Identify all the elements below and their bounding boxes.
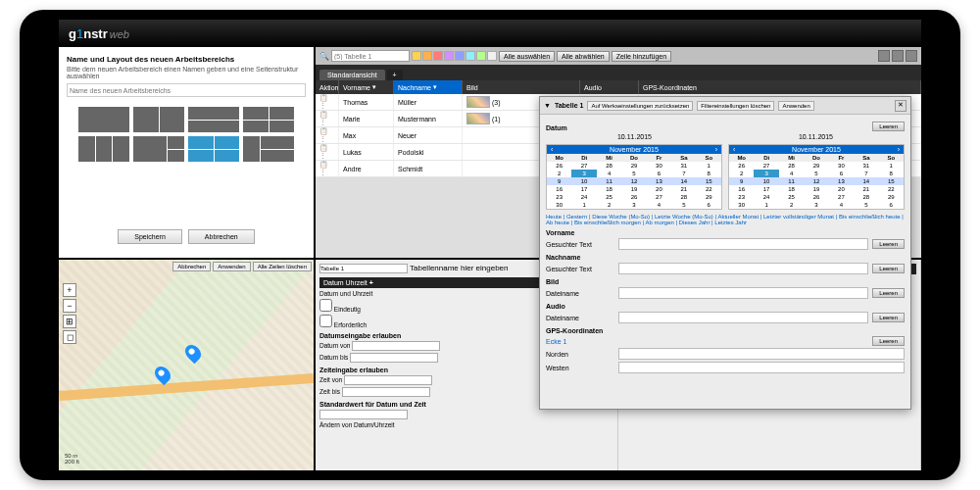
map-marker-icon[interactable] <box>151 363 173 385</box>
col-bild[interactable]: Bild <box>463 80 580 94</box>
color-swatch[interactable] <box>455 51 465 61</box>
clear-button[interactable]: Leeren <box>872 122 905 131</box>
layout-option[interactable] <box>243 107 294 132</box>
filter-audio-label: Audio <box>546 303 905 310</box>
zoom-in-icon[interactable]: + <box>63 283 76 297</box>
add-row-button[interactable]: Zeile hinzufügen <box>612 51 671 62</box>
date-to-input[interactable] <box>350 353 438 363</box>
col-vorname[interactable]: Vorname ▾ <box>339 80 394 94</box>
color-swatch[interactable] <box>433 51 443 61</box>
calendar-from[interactable]: ‹November 2015› MoDiMiDoFrSaSo2627282930… <box>546 144 722 210</box>
dialog-title: Tabelle 1 <box>555 102 583 109</box>
col-gps[interactable]: GPS-Koordinaten <box>639 80 921 94</box>
grid-search-input[interactable] <box>331 50 410 62</box>
next-month-icon[interactable]: › <box>898 146 900 153</box>
layout-option[interactable] <box>188 107 239 132</box>
zoom-out-icon[interactable]: − <box>63 299 76 313</box>
table-name-input[interactable] <box>319 264 408 273</box>
map-marker-icon[interactable] <box>182 342 205 365</box>
grid-toolbar: 🔍 Alle auswählen Alle abwählen Zeile hin… <box>316 47 921 65</box>
prev-month-icon[interactable]: ‹ <box>733 146 735 153</box>
date-from-input[interactable] <box>352 341 440 351</box>
layout-thumbnails <box>67 107 306 162</box>
tool-icon[interactable] <box>906 50 917 62</box>
search-icon: 🔍 <box>319 52 329 61</box>
close-icon[interactable]: ✕ <box>895 100 906 112</box>
color-swatch[interactable] <box>487 51 497 61</box>
save-button[interactable]: Speichern <box>118 229 182 244</box>
gps-north-input[interactable] <box>618 348 905 360</box>
clear-filters-button[interactable]: Filtereinstellungen löschen <box>697 101 774 111</box>
filter-nachname-label: Nachname <box>546 254 905 261</box>
clear-button[interactable]: Leeren <box>872 313 905 322</box>
app-header: g1nstrweb <box>59 20 921 47</box>
time-from-input[interactable] <box>344 375 432 385</box>
nachname-filter-input[interactable] <box>618 263 868 274</box>
color-swatches[interactable] <box>412 51 497 61</box>
date-display: 10.11.2015 <box>799 133 833 140</box>
gps-west-input[interactable] <box>618 362 905 373</box>
color-swatch[interactable] <box>476 51 486 61</box>
time-to-input[interactable] <box>342 387 430 397</box>
color-swatch[interactable] <box>466 51 475 61</box>
grid-header: Aktion Vorname ▾ Nachname ▾ Bild Audio G… <box>316 80 921 94</box>
select-all-button[interactable]: Alle auswählen <box>499 51 555 62</box>
deselect-all-button[interactable]: Alle abwählen <box>557 51 610 62</box>
filter-dialog: ▼ Tabelle 1 Auf Werkseinstellungen zurüc… <box>539 96 911 410</box>
col-audio[interactable]: Audio <box>580 80 639 94</box>
view-tabs: Standardansicht + <box>316 65 921 80</box>
bild-filter-input[interactable] <box>618 287 868 299</box>
map-road <box>59 373 314 401</box>
map-apply-button[interactable]: Anwenden <box>213 262 250 271</box>
col-nachname[interactable]: Nachname ▾ <box>394 80 463 94</box>
color-swatch[interactable] <box>422 51 432 61</box>
add-tab-button[interactable]: + <box>387 70 403 80</box>
clear-button[interactable]: Leeren <box>872 264 905 273</box>
tab-standard-view[interactable]: Standardansicht <box>319 70 385 80</box>
layout-option[interactable] <box>243 136 294 162</box>
filter-icon: ▼ <box>544 102 551 109</box>
audio-filter-input[interactable] <box>618 312 868 323</box>
vorname-filter-input[interactable] <box>618 238 868 250</box>
tool-icon[interactable] <box>892 50 904 62</box>
filter-bild-label: Bild <box>546 278 905 285</box>
reset-filters-button[interactable]: Auf Werkseinstellungen zurücksetzen <box>587 101 693 111</box>
date-quicklinks[interactable]: Heute | Gestern | Diese Woche (Mo-So) | … <box>546 214 905 225</box>
cancel-button[interactable]: Abbrechen <box>188 229 255 244</box>
layout-option-selected[interactable] <box>188 136 239 162</box>
map-cancel-button[interactable]: Abbrechen <box>172 262 211 271</box>
brand-logo: g1nstrweb <box>69 26 129 41</box>
map-pane[interactable]: Abbrechen Anwenden Alle Zeilen löschen +… <box>59 260 314 470</box>
color-swatch[interactable] <box>444 51 454 61</box>
table-name-hint: Tabellenname hier eingeben <box>410 264 509 273</box>
filter-vorname-label: Vorname <box>546 229 905 236</box>
layout-option[interactable] <box>78 107 129 132</box>
map-tool-icon[interactable]: ⊞ <box>63 315 76 328</box>
prev-month-icon[interactable]: ‹ <box>551 146 553 153</box>
date-display: 10.11.2015 <box>617 133 652 140</box>
calendar-to[interactable]: ‹November 2015› MoDiMiDoFrSaSo2627282930… <box>728 144 905 210</box>
map-clear-button[interactable]: Alle Zeilen löschen <box>253 262 312 271</box>
apply-filters-button[interactable]: Anwenden <box>778 101 813 111</box>
filter-gps-label: GPS-Koordinaten <box>546 327 905 334</box>
layout-option[interactable] <box>133 136 184 162</box>
layout-chooser-pane: Name und Layout des neuen Arbeitsbereich… <box>59 47 314 258</box>
color-swatch[interactable] <box>412 51 421 61</box>
filter-icon[interactable] <box>878 50 890 62</box>
layout-subtitle: Bitte dem neuen Arbeitsbereich einen Nam… <box>67 66 306 79</box>
clear-button[interactable]: Leeren <box>872 288 905 298</box>
col-aktion[interactable]: Aktion <box>316 80 339 94</box>
clear-button[interactable]: Leeren <box>872 239 905 249</box>
next-month-icon[interactable]: › <box>715 146 717 153</box>
layout-option[interactable] <box>133 107 184 132</box>
layout-option[interactable] <box>78 136 129 162</box>
default-value-input[interactable] <box>319 410 408 419</box>
map-scale: 50 m200 ft <box>65 453 79 465</box>
map-tool-icon[interactable]: ◻ <box>63 330 76 344</box>
lbl-change-dt: Ändern von Datum/Uhrzeit <box>319 421 613 428</box>
workspace-name-input[interactable] <box>67 83 306 97</box>
filter-datum-label: Datum <box>546 124 614 131</box>
clear-button[interactable]: Leeren <box>872 336 905 346</box>
layout-title: Name und Layout des neuen Arbeitsbereich… <box>67 55 306 64</box>
